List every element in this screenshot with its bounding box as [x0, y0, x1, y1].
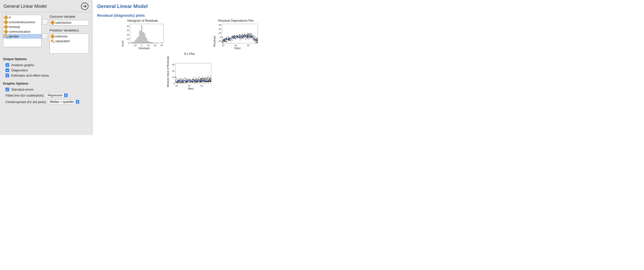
svg-point-428: [183, 79, 184, 79]
svg-text:-20: -20: [133, 44, 136, 47]
svg-point-70: [242, 34, 242, 35]
svg-point-376: [190, 79, 190, 80]
svg-point-485: [183, 82, 183, 82]
svg-point-561: [198, 78, 198, 78]
output-option-checkbox[interactable]: [6, 63, 9, 67]
svg-point-408: [206, 79, 206, 80]
svg-point-292: [241, 38, 241, 38]
svg-rect-29: [145, 37, 146, 43]
plot-title: Histogram of Residuals: [127, 19, 158, 23]
svg-point-58: [253, 35, 254, 36]
svg-point-434: [179, 79, 179, 80]
svg-point-268: [228, 36, 228, 37]
variable-item[interactable]: A: [3, 15, 41, 20]
fitted-line-label: Fitted line (for scatterplots): [6, 94, 44, 97]
variable-item[interactable]: gender: [3, 34, 41, 39]
assign-outcome-button[interactable]: →: [42, 19, 48, 24]
output-options-heading: Output Options: [3, 57, 89, 61]
svg-point-216: [251, 36, 251, 37]
svg-rect-24: [140, 31, 141, 43]
assign-predictor-button[interactable]: →: [42, 34, 48, 39]
output-option-checkbox[interactable]: [6, 68, 9, 72]
svg-point-245: [240, 40, 240, 40]
run-button[interactable]: [81, 3, 88, 10]
predictor-variable[interactable]: separated: [50, 39, 89, 43]
svg-point-564: [208, 81, 208, 82]
svg-rect-18: [134, 41, 135, 43]
center-spread-label: Center/spread (for dot plots): [6, 100, 46, 104]
svg-point-242: [226, 38, 226, 39]
svg-point-458: [203, 78, 203, 78]
svg-point-159: [247, 38, 248, 38]
predictor-label: interests: [55, 34, 68, 38]
svg-point-588: [176, 82, 177, 82]
graphic-option-checkbox[interactable]: [6, 88, 9, 91]
variables-list[interactable]: Aconscientiousnesshonestycommunicationge…: [3, 15, 42, 47]
svg-point-77: [248, 37, 249, 38]
svg-text:40: 40: [218, 28, 221, 30]
variable-item[interactable]: honesty: [3, 25, 41, 29]
svg-point-550: [187, 80, 188, 80]
svg-point-463: [186, 82, 186, 82]
predictors-box[interactable]: interestsseparated: [50, 34, 89, 54]
svg-point-142: [230, 40, 230, 41]
output-option-checkbox[interactable]: [6, 74, 9, 77]
svg-text:40: 40: [234, 44, 237, 47]
svg-point-76: [254, 41, 254, 41]
svg-point-371: [206, 82, 207, 82]
svg-point-452: [200, 81, 201, 81]
fitted-line-select[interactable]: Regression: [46, 93, 68, 98]
svg-point-398: [199, 77, 200, 77]
svg-point-607: [206, 81, 207, 81]
svg-text:-20: -20: [218, 40, 221, 42]
outcome-box[interactable]: satisfaction: [50, 20, 89, 26]
svg-point-353: [198, 79, 199, 80]
center-spread-select[interactable]: Median + quartiles: [48, 100, 80, 104]
svg-point-94: [251, 37, 252, 37]
svg-point-543: [194, 80, 194, 80]
variable-label: conscientiousness: [9, 20, 35, 24]
svg-point-125: [257, 39, 258, 40]
variable-item[interactable]: conscientiousness: [3, 20, 41, 25]
svg-point-309: [243, 35, 244, 36]
svg-text:20: 20: [147, 44, 150, 47]
svg-point-176: [224, 41, 225, 42]
svg-point-576: [199, 82, 199, 82]
svg-rect-28: [144, 34, 145, 43]
svg-point-314: [235, 36, 236, 36]
plot-title: Residual Dependence Plot: [218, 19, 254, 23]
ruler-icon: [4, 25, 8, 30]
svg-point-358: [176, 79, 176, 80]
variable-item[interactable]: communication: [3, 29, 41, 34]
outcome-variable[interactable]: satisfaction: [50, 20, 89, 25]
svg-point-146: [255, 42, 256, 42]
svg-point-143: [248, 34, 248, 35]
svg-point-601: [176, 83, 176, 83]
svg-point-162: [226, 42, 227, 42]
svg-point-288: [229, 39, 230, 40]
svg-point-244: [253, 39, 254, 40]
svg-point-219: [232, 36, 233, 37]
svg-point-285: [256, 42, 257, 43]
svg-point-105: [240, 38, 240, 39]
svg-rect-34: [150, 42, 151, 43]
arrow-right-icon: [83, 5, 87, 8]
predictor-variable[interactable]: interests: [50, 34, 89, 39]
dependence-plot: Residual Dependence Plot Residuals -2002…: [190, 19, 282, 50]
svg-point-547: [210, 81, 210, 81]
svg-point-502: [204, 81, 205, 81]
svg-point-104: [231, 39, 232, 39]
svg-point-457: [207, 78, 207, 79]
svg-point-201: [243, 38, 243, 39]
svg-point-424: [204, 82, 205, 82]
svg-point-483: [190, 82, 190, 82]
svg-point-589: [210, 81, 210, 82]
variable-label: honesty: [9, 25, 20, 29]
svg-rect-30: [146, 39, 147, 43]
variable-label: communication: [9, 30, 30, 34]
svg-point-194: [233, 36, 234, 37]
svg-point-491: [182, 80, 183, 80]
svg-point-253: [250, 37, 250, 37]
svg-point-167: [246, 34, 246, 35]
svg-point-523: [208, 81, 209, 81]
